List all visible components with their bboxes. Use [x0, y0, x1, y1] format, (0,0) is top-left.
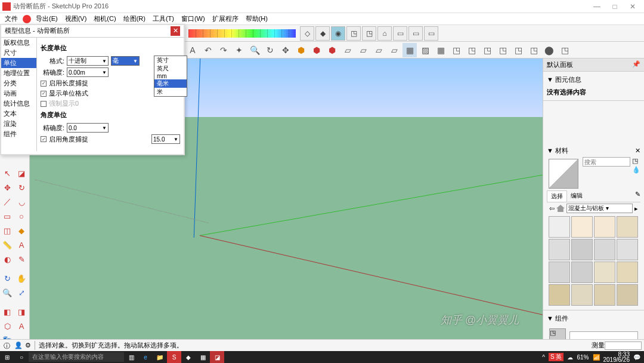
tool-icon[interactable]: ↻: [15, 181, 28, 194]
search-icon[interactable]: 🔍: [247, 43, 262, 57]
cortana-icon[interactable]: ○: [14, 351, 29, 363]
dialog-nav-item[interactable]: 尺寸: [1, 48, 36, 58]
material-swatch[interactable]: [571, 284, 593, 306]
paint-icon[interactable]: ◆: [15, 224, 28, 237]
tool-icon[interactable]: ◳: [558, 43, 572, 57]
tool-icon[interactable]: ✥: [278, 43, 293, 57]
panel-close-icon[interactable]: ✕: [635, 147, 640, 155]
tool-icon[interactable]: ↻: [263, 43, 277, 57]
angle-snap-select[interactable]: 15.0▼: [151, 134, 180, 144]
tool-icon[interactable]: A: [15, 319, 28, 333]
volume-indicator[interactable]: 61%: [577, 354, 589, 361]
details-icon[interactable]: ▸: [634, 205, 638, 213]
menu-export[interactable]: 导出(E): [32, 13, 61, 24]
taskbar-app[interactable]: ◪: [210, 351, 224, 363]
minimize-button[interactable]: —: [588, 2, 606, 11]
taskbar-app[interactable]: ◆: [181, 351, 196, 363]
text-icon[interactable]: A: [15, 238, 28, 251]
ime-indicator[interactable]: S 英: [549, 353, 564, 361]
dropdown-option[interactable]: 米: [154, 88, 187, 96]
materials-title[interactable]: ▼ 材料: [547, 146, 568, 155]
line-icon[interactable]: ／: [1, 195, 14, 208]
tool-icon[interactable]: ◧: [1, 305, 14, 318]
dropdown-option[interactable]: mm: [154, 73, 187, 79]
tool-icon[interactable]: ⬢: [309, 43, 324, 57]
material-swatch[interactable]: [617, 262, 638, 283]
dialog-close-button[interactable]: ✕: [171, 26, 180, 36]
home-icon[interactable]: [556, 205, 565, 212]
material-swatch[interactable]: [617, 216, 638, 238]
tool-btn[interactable]: ▭: [408, 26, 423, 41]
tool-icon[interactable]: ⬢: [294, 43, 308, 57]
dialog-nav-item[interactable]: 单位: [1, 58, 36, 68]
orbit-icon[interactable]: ↻: [1, 272, 14, 285]
notifications-icon[interactable]: 💬: [633, 354, 640, 361]
dialog-nav-item[interactable]: 分类: [1, 78, 36, 88]
tool-btn[interactable]: ◇: [300, 26, 314, 41]
tool-icon[interactable]: ▱: [340, 43, 355, 57]
tool-icon[interactable]: A: [185, 43, 200, 57]
unit-select[interactable]: 毫▼: [111, 56, 140, 66]
tape-icon[interactable]: 📏: [1, 238, 14, 251]
create-material-icon[interactable]: ◳: [632, 157, 640, 165]
checkbox-display-units[interactable]: [41, 91, 47, 97]
panel-pin-icon[interactable]: 📌: [632, 60, 640, 69]
tool-icon[interactable]: ▦: [434, 43, 448, 57]
tool-btn[interactable]: ▭: [393, 26, 407, 41]
angle-precision-select[interactable]: 0.0▼: [67, 123, 109, 133]
tool-icon[interactable]: ✎: [15, 253, 28, 266]
pan-icon[interactable]: ✋: [15, 272, 28, 285]
material-swatch[interactable]: [571, 262, 593, 283]
tab-select[interactable]: 选择: [547, 190, 567, 202]
menu-draw[interactable]: 绘图(R): [120, 13, 149, 24]
dialog-nav-item[interactable]: 版权信息: [1, 38, 36, 48]
clock-date[interactable]: 2019/6/26: [603, 357, 630, 362]
dialog-nav-item[interactable]: 组件: [1, 129, 36, 139]
rect-icon[interactable]: ▭: [1, 210, 14, 223]
tool-icon[interactable]: ▱: [356, 43, 370, 57]
task-view-icon[interactable]: ▥: [124, 351, 138, 363]
select-icon[interactable]: ↖: [1, 167, 14, 180]
checkbox-length-snap[interactable]: [41, 81, 47, 87]
circle-icon[interactable]: ○: [15, 210, 28, 223]
taskbar-search[interactable]: 在这里输入你要搜索的内容: [29, 352, 124, 362]
material-swatch[interactable]: [617, 239, 638, 260]
tool-btn[interactable]: ▭: [424, 26, 438, 41]
menu-help[interactable]: 帮助(H): [242, 13, 271, 24]
zoom-ext-icon[interactable]: ⤢: [15, 286, 28, 299]
zoom-icon[interactable]: 🔍: [1, 286, 14, 299]
format-select[interactable]: 十进制▼: [67, 56, 109, 66]
status-icon[interactable]: ⓘ: [4, 342, 12, 350]
material-category-select[interactable]: 混凝土与铝板 ▾: [566, 204, 633, 213]
material-swatch[interactable]: [594, 284, 615, 306]
taskbar-app[interactable]: e: [138, 351, 153, 363]
taskbar-app[interactable]: ▦: [196, 351, 210, 363]
tool-icon[interactable]: ◨: [15, 305, 28, 318]
back-icon[interactable]: ⇦: [549, 205, 555, 213]
material-search-input[interactable]: [583, 157, 630, 167]
tool-icon[interactable]: ◳: [449, 43, 463, 57]
erase-icon[interactable]: ◐: [1, 253, 14, 266]
material-swatch[interactable]: [594, 216, 615, 238]
tool-icon[interactable]: ▦: [402, 43, 417, 57]
menu-extensions[interactable]: 扩展程序: [209, 13, 242, 24]
arc-icon[interactable]: ◡: [15, 195, 28, 208]
tool-icon[interactable]: ↶: [201, 43, 215, 57]
tool-icon[interactable]: ◳: [480, 43, 494, 57]
dialog-nav-item[interactable]: 动画: [1, 88, 36, 99]
maximize-button[interactable]: □: [606, 2, 624, 11]
menu-tools[interactable]: 工具(T): [149, 13, 178, 24]
tool-icon[interactable]: ▱: [387, 43, 401, 57]
components-title[interactable]: ▼ 组件: [547, 314, 568, 323]
move-icon[interactable]: ✥: [1, 181, 14, 194]
material-swatch[interactable]: [549, 262, 570, 283]
tool-btn[interactable]: ◆: [315, 26, 330, 41]
close-button[interactable]: ✕: [624, 2, 642, 11]
material-dropper-icon[interactable]: 💧: [632, 166, 640, 174]
tool-icon[interactable]: ▱: [371, 43, 386, 57]
tool-icon[interactable]: ◳: [527, 43, 541, 57]
material-swatch[interactable]: [571, 216, 593, 238]
record-icon[interactable]: [23, 15, 31, 23]
material-swatch[interactable]: [594, 239, 615, 260]
network-icon[interactable]: 📶: [593, 354, 600, 361]
